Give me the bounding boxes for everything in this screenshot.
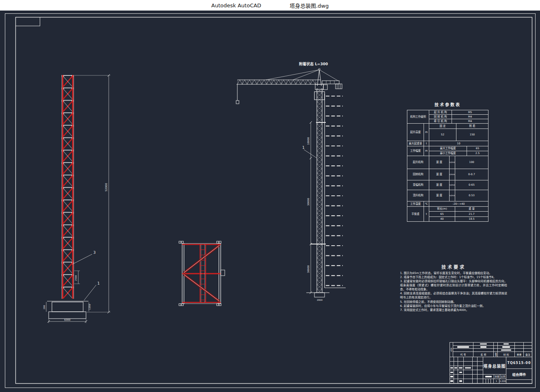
speed-value: 0.53	[455, 190, 488, 201]
crane-state-label: 附着状态 L=300	[299, 62, 328, 66]
radius-label: 工作幅度	[407, 146, 424, 156]
parts-col-mat: 材 料	[498, 352, 514, 357]
max-load-label: 最大起重量	[407, 141, 424, 146]
radius-row-name: 最大工作幅度	[429, 146, 467, 151]
crane-elevation: 附着状态 L=300	[236, 62, 346, 301]
leader-left-base: 1	[97, 281, 100, 285]
mech-row-value: M4	[452, 115, 488, 119]
ballast-len: 40	[429, 217, 455, 221]
drawing-scale: 1:200	[499, 379, 506, 383]
speed-unit: m/min	[450, 156, 455, 169]
speed-name: 回转机构	[407, 169, 429, 180]
note-item: 3. 起重臂安装时必须将斜拉杆销轴孔口销出头摆平：头部伸向司机楼相反的方向，塔身…	[400, 279, 507, 291]
max-load-unit: t	[424, 141, 429, 146]
revision-zone	[450, 357, 483, 383]
note-item: 2. 塔身节自下而上的组成为：固定式工作时：1个标准节Ⅰ，15个标准节Ⅱ。	[400, 275, 507, 279]
parts-col-no: 序号	[450, 343, 453, 357]
speed-value: 0-65	[455, 180, 488, 190]
dim-base-h2: 1350	[88, 304, 91, 310]
mech-row-name: 牵 引 机 构	[429, 119, 452, 123]
max-load-value: 10	[429, 141, 488, 146]
mech-row-name: 起 升 机 构	[429, 110, 452, 114]
parameter-table-title: 技术参数表	[407, 101, 488, 107]
parts-col-name: 名 称	[473, 352, 493, 357]
weight-label: 重量	[494, 375, 500, 379]
dim-mast-seg3: 30000	[307, 265, 310, 273]
radius-row-value: 2.5	[467, 151, 488, 156]
temp-unit: ℃	[424, 201, 429, 206]
mech-row-value: M4	[452, 119, 488, 123]
ballast-unit: t	[424, 207, 429, 221]
leader-left-upper: 3	[93, 251, 96, 255]
scale-label: 比例	[500, 375, 506, 379]
part-kind: 组合焊件	[506, 369, 532, 380]
drawing-title: 塔身总装图	[483, 357, 506, 375]
technical-notes-title: 技术要求	[400, 263, 507, 270]
note-item: 4. 回转支承连接组装前，必须将结合面擦洗干净涂油；其连接螺栓拧紧力矩须按说明书…	[400, 291, 507, 300]
parameter-table: 技术参数表 机构工作级别 起 升 机 构M5 回 转 机 构M4 牵 引 机 构…	[407, 101, 488, 222]
ballast-col2: 重 量	[455, 207, 488, 211]
speed-name: 顶升机构	[407, 190, 429, 201]
mech-row-value: M5	[452, 110, 488, 114]
mech-row-name: 回 转 机 构	[429, 115, 452, 119]
val-fixed: 52	[429, 129, 456, 141]
speed-name: 变幅机构	[407, 180, 429, 190]
temp-value: -20~+40	[429, 201, 488, 206]
temp-label: 工作温度	[407, 201, 424, 206]
col-fixed: 固 定	[429, 124, 456, 129]
hoist-height-unit: m	[424, 124, 429, 141]
drawing-number: TQ6515-00	[506, 357, 532, 369]
building-floor-lines	[326, 96, 343, 285]
window-titlebar[interactable]: Autodesk AutoCAD 塔身总装图.dwg	[0, 0, 540, 11]
parts-list: 序号 代 号 名 称 数量 材 料 单重	[450, 343, 532, 357]
speed-label: 速 度	[429, 190, 450, 201]
speed-unit: m/min	[450, 180, 455, 190]
technical-notes: 技术要求 1. 图示为65m工作状态，臂杆长度发生变化时，平衡重应做相应变动。 …	[400, 263, 507, 312]
document-name: 塔身总装图.dwg	[290, 2, 329, 9]
sheet-qty: 1	[494, 379, 499, 383]
ballast-weight: 18.5	[455, 217, 488, 221]
mast-section-detail	[179, 241, 225, 306]
speed-label: 速 度	[429, 180, 450, 190]
ballast-weight: 21.7	[455, 212, 488, 216]
ballast-len: 65	[429, 212, 455, 216]
leader-mast: 1	[302, 146, 305, 150]
left-tower-elevation: 52000 2500 6000 200 1350 3 1	[43, 74, 110, 323]
dim-mast-seg1: 10000	[307, 137, 310, 145]
note-item: 6. 起重臂装拆时，应将小车与平衡臂拉于顶升套之顶升油缸一侧。	[400, 304, 507, 308]
speed-value: 0-0.7	[455, 169, 488, 180]
radius-unit: m	[424, 146, 429, 156]
speed-value: 100	[455, 156, 488, 169]
note-item: 1. 图示为65m工作状态，臂杆长度发生变化时，平衡重应做相应变动。	[400, 271, 507, 275]
dim-tower-section: 2500	[75, 275, 77, 281]
parts-col-rem: 备注	[524, 352, 532, 357]
mech-level-label: 机构工作级别	[407, 110, 429, 123]
dim-base-width: 6000	[64, 318, 70, 321]
parts-col-qty: 数量	[494, 352, 497, 357]
speed-label: 速 度	[429, 169, 450, 180]
speed-label: 速 度	[429, 156, 450, 169]
dim-tower-total: 52000	[105, 183, 108, 192]
hoist-height-label: 起升高度	[407, 124, 424, 141]
speed-name: 起升机构	[407, 156, 429, 169]
note-item: 5. 在回转停稳之前，不得使用回转制动器。	[400, 300, 507, 304]
col-attached: 附 着	[456, 124, 488, 129]
ballast-label: 平衡重	[407, 207, 424, 221]
title-block: 序号 代 号 名 称 数量 材 料 单重	[450, 342, 532, 383]
ballast-col1: 臂长(m)	[429, 207, 455, 211]
dim-mast-base: 2800	[317, 299, 323, 301]
autocad-window: 52000 2500 6000 200 1350 3 1	[0, 0, 540, 392]
radius-row-value: 65	[467, 146, 488, 151]
app-name: Autodesk AutoCAD	[211, 2, 261, 9]
parts-col-code: 代 号	[453, 352, 473, 357]
speed-unit: r/min	[450, 169, 455, 180]
dim-mast-seg2: 30000	[307, 198, 310, 206]
dim-base-h1: 200	[43, 305, 45, 309]
note-item: 7. 采用固定式工作时，要求混凝土基础承重为400t。	[400, 308, 507, 312]
speed-unit: m/min	[450, 190, 455, 201]
val-attached: 150	[456, 129, 488, 141]
parts-col-wt: 单重	[515, 352, 523, 357]
radius-row-name: 最小工作幅度	[429, 151, 467, 156]
